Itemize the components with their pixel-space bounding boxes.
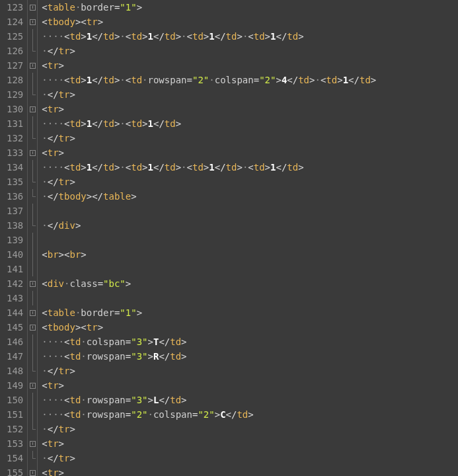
line-number[interactable]: 152: [7, 422, 23, 436]
line-number[interactable]: 129: [7, 87, 23, 102]
code-line[interactable]: <div·class="bc">: [42, 276, 376, 291]
line-number[interactable]: 149: [7, 378, 23, 393]
fold-marker[interactable]: [28, 145, 37, 160]
code-line[interactable]: <table·border="1">: [42, 305, 376, 320]
line-number[interactable]: 143: [7, 291, 23, 305]
code-line[interactable]: ·</tr>: [42, 364, 376, 378]
line-number[interactable]: 150: [7, 393, 23, 407]
fold-marker[interactable]: [28, 407, 37, 422]
fold-marker[interactable]: [28, 102, 37, 116]
line-number[interactable]: 148: [7, 364, 23, 378]
fold-marker[interactable]: [28, 305, 37, 320]
code-line[interactable]: ····<td·rowspan="2"·colspan="2">C</td>: [42, 407, 376, 422]
line-number[interactable]: 154: [7, 451, 23, 465]
code-line[interactable]: ·</tr>: [42, 131, 376, 145]
fold-marker[interactable]: [28, 116, 37, 131]
fold-marker[interactable]: [28, 349, 37, 364]
line-number[interactable]: 130: [7, 102, 23, 116]
line-number[interactable]: 128: [7, 73, 23, 87]
code-editor[interactable]: 1231241251261271281291301311321331341351…: [0, 0, 458, 476]
fold-marker[interactable]: [28, 58, 37, 73]
code-line[interactable]: <tbody><tr>: [42, 15, 376, 29]
code-line[interactable]: ·</div>: [42, 218, 376, 233]
fold-marker[interactable]: [28, 335, 37, 349]
fold-marker[interactable]: [28, 87, 37, 102]
fold-marker[interactable]: [28, 29, 37, 44]
line-number[interactable]: 135: [7, 175, 23, 189]
line-number[interactable]: 155: [7, 465, 23, 476]
code-line[interactable]: <tr>: [42, 58, 376, 73]
fold-marker[interactable]: [28, 218, 37, 233]
line-number[interactable]: 123: [7, 0, 23, 15]
line-number[interactable]: 141: [7, 262, 23, 276]
line-number[interactable]: 140: [7, 247, 23, 262]
code-line[interactable]: ····<td>1</td>·<td>1</td>: [42, 116, 376, 131]
code-line[interactable]: <tr>: [42, 465, 376, 476]
line-number[interactable]: 145: [7, 320, 23, 335]
line-number[interactable]: 127: [7, 58, 23, 73]
code-line[interactable]: ·</tr>: [42, 451, 376, 465]
fold-marker[interactable]: [28, 262, 37, 276]
fold-marker[interactable]: [28, 422, 37, 436]
fold-marker[interactable]: [28, 436, 37, 451]
fold-marker[interactable]: [28, 393, 37, 407]
code-line[interactable]: <tr>: [42, 436, 376, 451]
code-line[interactable]: ····<td>1</td>·<td·rowspan="2"·colspan="…: [42, 73, 376, 87]
fold-marker[interactable]: [28, 0, 37, 15]
code-line[interactable]: ·</tr>: [42, 44, 376, 58]
line-number[interactable]: 144: [7, 305, 23, 320]
fold-marker[interactable]: [28, 378, 37, 393]
code-line[interactable]: ·</tbody></table>: [42, 189, 376, 204]
fold-marker[interactable]: [28, 160, 37, 175]
code-line[interactable]: ····<td>1</td>·<td>1</td>·<td>1</td>·<td…: [42, 29, 376, 44]
line-number[interactable]: 125: [7, 29, 23, 44]
code-line[interactable]: [42, 233, 376, 247]
code-line[interactable]: ·</tr>: [42, 175, 376, 189]
code-line[interactable]: ····<td·rowspan="3">L</td>: [42, 393, 376, 407]
code-line[interactable]: ·</tr>: [42, 422, 376, 436]
fold-marker[interactable]: [28, 73, 37, 87]
fold-marker[interactable]: [28, 276, 37, 291]
line-number[interactable]: 137: [7, 204, 23, 218]
line-number[interactable]: 132: [7, 131, 23, 145]
fold-gutter[interactable]: [28, 0, 38, 476]
fold-marker[interactable]: [28, 44, 37, 58]
line-number[interactable]: 146: [7, 335, 23, 349]
fold-marker[interactable]: [28, 204, 37, 218]
code-line[interactable]: <table·border="1">: [42, 0, 376, 15]
fold-marker[interactable]: [28, 364, 37, 378]
fold-marker[interactable]: [28, 15, 37, 29]
code-line[interactable]: ····<td·colspan="3">T</td>: [42, 335, 376, 349]
code-line[interactable]: ····<td·rowspan="3">R</td>: [42, 349, 376, 364]
code-line[interactable]: <tbody><tr>: [42, 320, 376, 335]
fold-marker[interactable]: [28, 465, 37, 476]
fold-marker[interactable]: [28, 189, 37, 204]
line-number-gutter[interactable]: 1231241251261271281291301311321331341351…: [0, 0, 28, 476]
code-line[interactable]: <tr>: [42, 145, 376, 160]
line-number[interactable]: 134: [7, 160, 23, 175]
fold-marker[interactable]: [28, 131, 37, 145]
line-number[interactable]: 133: [7, 145, 23, 160]
code-line[interactable]: [42, 204, 376, 218]
line-number[interactable]: 136: [7, 189, 23, 204]
line-number[interactable]: 151: [7, 407, 23, 422]
code-line[interactable]: <br><br>: [42, 247, 376, 262]
line-number[interactable]: 142: [7, 276, 23, 291]
code-line[interactable]: [42, 262, 376, 276]
fold-marker[interactable]: [28, 451, 37, 465]
code-line[interactable]: <tr>: [42, 102, 376, 116]
line-number[interactable]: 147: [7, 349, 23, 364]
line-number[interactable]: 124: [7, 15, 23, 29]
code-content[interactable]: <table·border="1"><tbody><tr>····<td>1</…: [38, 0, 376, 476]
line-number[interactable]: 153: [7, 436, 23, 451]
line-number[interactable]: 126: [7, 44, 23, 58]
line-number[interactable]: 138: [7, 218, 23, 233]
fold-marker[interactable]: [28, 320, 37, 335]
fold-marker[interactable]: [28, 233, 37, 247]
code-line[interactable]: ·</tr>: [42, 87, 376, 102]
fold-marker[interactable]: [28, 291, 37, 305]
fold-marker[interactable]: [28, 247, 37, 262]
code-line[interactable]: [42, 291, 376, 305]
line-number[interactable]: 131: [7, 116, 23, 131]
fold-marker[interactable]: [28, 175, 37, 189]
